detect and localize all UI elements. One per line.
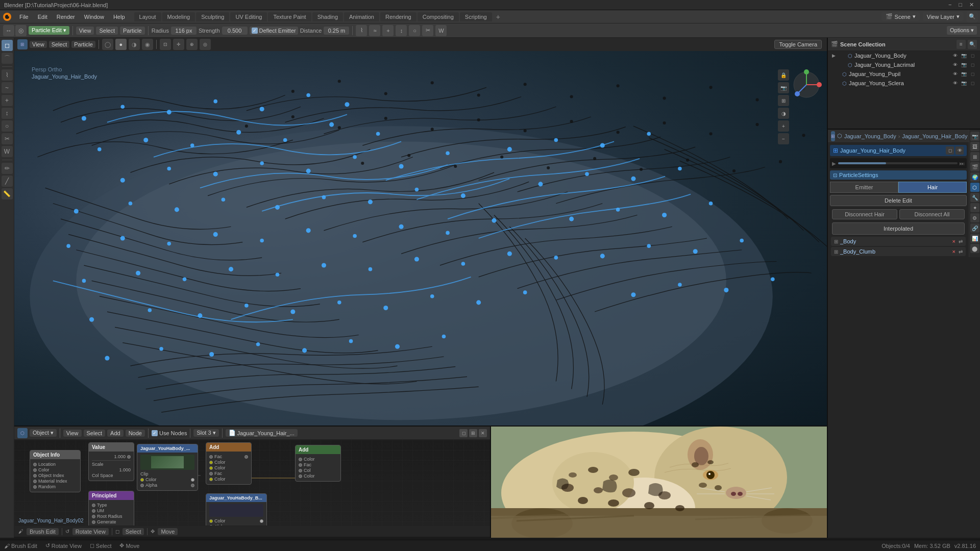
ps-hide-icon[interactable]: 👁 [955,146,964,155]
physics-props-icon[interactable]: ⚙ [970,213,979,222]
render-preview-btn[interactable]: ◉ [142,39,153,50]
ne-object-btn[interactable]: Object ▾ [30,429,57,437]
options-btn[interactable]: Options ▾ [947,26,977,35]
preview-play-btn[interactable]: ▶ [832,161,836,166]
tab-rendering[interactable]: Rendering [380,12,416,21]
render-icon[interactable]: 📷 [960,52,967,59]
maximize-btn[interactable]: □ [957,2,964,8]
tab-layout[interactable]: Layout [134,12,161,21]
disconnect-all-btn[interactable]: Disconnect All [899,209,965,219]
solid-btn[interactable]: ● [115,39,127,50]
select-tool-btn[interactable]: ◻ [2,40,13,51]
tab-scripting[interactable]: Scripting [460,12,492,21]
menu-window[interactable]: Window [80,13,108,21]
visibility-icon-3[interactable]: 👁 [951,70,959,78]
menu-render[interactable]: Render [53,13,79,21]
length-tool[interactable]: ↕ [396,25,407,36]
data-props-icon[interactable]: 📊 [970,234,979,243]
outliner-item-pupil[interactable]: ⬡ Jaguar_Young_Pupil 👁 📷 ◻ [828,69,980,79]
preview-slider[interactable] [838,162,958,164]
ne-fullscreen-btn[interactable]: ⊞ [469,429,477,437]
annotate-btn[interactable]: ✏ [2,163,13,174]
slot-selector[interactable]: Slot 3 ▾ [193,429,218,437]
local-view-btn[interactable]: ◑ [778,108,789,119]
toggle-camera-btn[interactable]: Toggle Camera [774,40,822,49]
comb-tool[interactable]: ⌇ [356,25,367,36]
blender-logo[interactable] [2,12,12,22]
particle-settings-row[interactable]: ⊡ ParticleSettings [830,170,967,180]
select-mode-btn[interactable]: Select [96,27,118,35]
outliner-item-lacrimal[interactable]: ▶ ⬡ Jaguar_Young_Lacrimal 👁 📷 ◻ [828,60,980,69]
node-mix[interactable]: Add Fac Color Color Fac Color [206,442,252,485]
clump-arrow-2[interactable]: ⇄ [959,249,963,255]
ne-select-btn[interactable]: Select [84,430,106,437]
select-btn-footer[interactable]: Select [122,528,144,535]
snap-btn[interactable]: ⊕ [186,39,198,50]
menu-edit[interactable]: Edit [34,13,52,21]
brush-edit-btn[interactable]: Brush Edit [27,528,59,535]
node-object-info[interactable]: Object Info Location Color Object Index … [30,450,81,492]
visibility-icon[interactable]: 👁 [951,52,959,59]
clump-x-2[interactable]: × [952,248,955,255]
annotate-line-btn[interactable]: ╱ [2,176,13,187]
outliner-item-body[interactable]: ▶ ⬡ Jaguar_Young_Body 👁 📷 ◻ [828,51,980,60]
orthographic-view-btn[interactable]: ⊞ [778,95,789,106]
emitter-btn[interactable]: Emitter [830,182,898,193]
disconnect-hair-btn[interactable]: Disconnect Hair [832,209,897,219]
search-btn[interactable]: 🔍 [967,11,978,22]
view-layer-selector[interactable]: View Layer ▾ [923,12,964,21]
cut-tool[interactable]: ✂ [422,25,433,36]
viewport-view-btn[interactable]: View [30,41,47,48]
zoom-in-btn[interactable]: + [778,120,789,132]
view-layer-icon[interactable]: ⊞ [970,152,979,161]
particle-edit-mode[interactable]: Particle Edit ▾ [29,26,69,35]
cut-hair-btn[interactable]: ✂ [2,133,13,144]
outliner-filter-btn[interactable]: ≡ [957,40,966,49]
radius-value[interactable]: 116 px [171,27,197,35]
add-hair-btn[interactable]: + [2,95,13,106]
object-props-icon[interactable]: ⬡ [970,183,979,192]
ne-view-btn[interactable]: View [63,430,82,437]
puff-hair-btn[interactable]: ○ [2,120,13,132]
visibility-icon-4[interactable]: 👁 [951,80,959,87]
node-output[interactable]: Add Color Fac Col Color [295,445,341,482]
node-editor-type-icon[interactable]: ⬡ [17,428,28,438]
constraint-props-icon[interactable]: 🔗 [970,223,979,233]
node-texture-2[interactable]: Jaguar_YouHaBody_B... Color Alpha [206,493,267,525]
tab-modeling[interactable]: Modeling [162,12,195,21]
minimize-btn[interactable]: − [946,2,953,8]
tab-uv-editing[interactable]: UV Editing [230,12,267,21]
reference-image-panel[interactable] [490,427,827,538]
deflect-emitter-checkbox[interactable]: ✓ Deflect Emitter [250,27,298,35]
viewport-mode-icon[interactable]: ⊞ [17,39,28,49]
weight-tool[interactable]: W [435,25,447,36]
add-workspace-btn[interactable]: + [493,12,503,22]
node-texture-image[interactable]: Jaguar_YouHaBody_... Clip Color Alpha [137,444,198,491]
ps-render-icon[interactable]: ◻ [946,146,954,155]
outliner-item-sclera[interactable]: ⬡ Jaguar_Young_Sclera 👁 📷 ◻ [828,79,980,88]
strength-value[interactable]: 0.500 [222,27,248,35]
particle-props-icon[interactable]: ✦ [970,203,979,212]
distance-value[interactable]: 0.25 m [324,27,349,35]
transform-icon[interactable]: ↔ [3,25,14,36]
comb-hair-btn[interactable]: ⌇ [2,69,13,81]
select-icon-2[interactable]: ◻ [969,61,976,68]
smooth-tool[interactable]: ≈ [369,25,380,36]
node-editor-canvas[interactable]: Jaguar_Young_Hair_Body02 Object Info Loc… [14,440,490,525]
proportional-btn[interactable]: ◎ [200,39,211,50]
menu-help[interactable]: Help [109,13,129,21]
node-purple[interactable]: Principled Type UM Root Radius Generate [88,491,134,525]
camera-view-btn[interactable]: 📷 [778,82,789,93]
zoom-out-btn[interactable]: − [778,133,789,144]
viewport-select-btn[interactable]: Select [49,41,70,48]
render-icon-3[interactable]: 📷 [960,70,967,78]
interpolated-btn[interactable]: Interpolated [832,222,965,235]
3d-viewport[interactable]: ⊞ View Select Particle ◯ ● ◑ ◉ ⊡ ✛ ⊕ ◎ T… [14,38,827,425]
select-icon-3[interactable]: ◻ [969,70,976,78]
modifier-props-icon[interactable]: 🔧 [970,193,979,202]
lk-render-btn[interactable]: ◑ [129,39,140,50]
close-btn[interactable]: ✕ [967,2,976,8]
puff-tool[interactable]: ○ [409,25,420,36]
node-value[interactable]: Value 1.000 Scale 1.000 Col Space [88,442,134,481]
particle-mode-btn[interactable]: Particle [120,27,145,35]
